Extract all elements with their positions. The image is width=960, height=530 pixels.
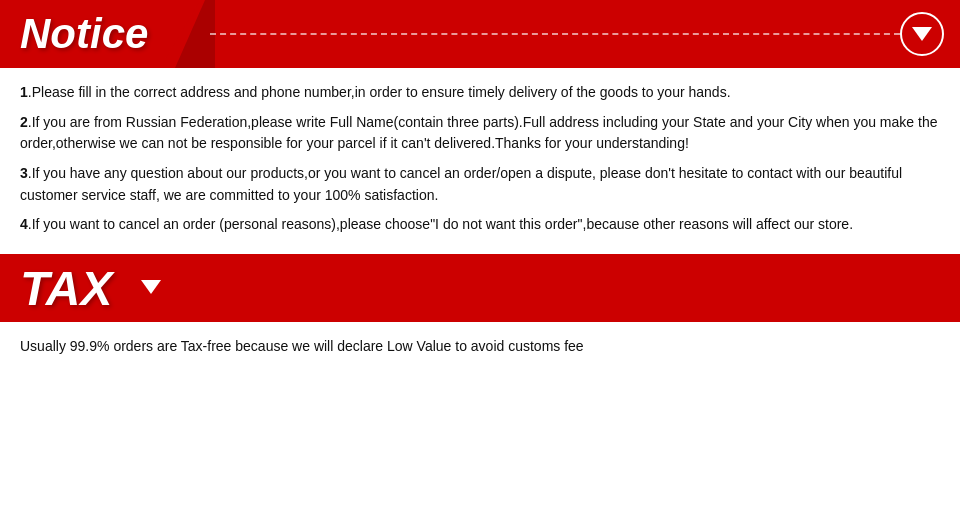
notice-item-3-number: 3 [20,165,28,181]
svg-marker-1 [141,280,161,294]
notice-item-1: 1.Please fill in the correct address and… [20,82,940,104]
page-wrapper: Notice 1.Please fill in the correct addr… [0,0,960,530]
notice-item-2: 2.If you are from Russian Federation,ple… [20,112,940,155]
notice-chevron-circle [900,12,944,56]
tax-header: TAX [0,254,960,322]
notice-item-2-text: .If you are from Russian Federation,plea… [20,114,937,152]
notice-item-4: 4.If you want to cancel an order (person… [20,214,940,236]
notice-item-3: 3.If you have any question about our pro… [20,163,940,206]
notice-dashed-line [210,33,900,35]
notice-content: 1.Please fill in the correct address and… [0,68,960,254]
tax-content: Usually 99.9% orders are Tax-free becaus… [0,322,960,368]
notice-item-3-text: .If you have any question about our prod… [20,165,902,203]
notice-header: Notice [0,0,960,68]
tax-chevron-circle [140,279,162,298]
tax-title: TAX [0,261,140,316]
notice-item-1-number: 1 [20,84,28,100]
notice-item-1-text: .Please fill in the correct address and … [28,84,731,100]
notice-item-4-number: 4 [20,216,28,232]
notice-item-2-number: 2 [20,114,28,130]
notice-title: Notice [0,10,170,58]
svg-marker-0 [912,27,932,41]
chevron-down-icon [911,26,933,42]
tax-text: Usually 99.9% orders are Tax-free becaus… [20,336,940,358]
notice-item-4-text: .If you want to cancel an order (persona… [28,216,853,232]
tax-chevron-down-icon [140,279,162,295]
